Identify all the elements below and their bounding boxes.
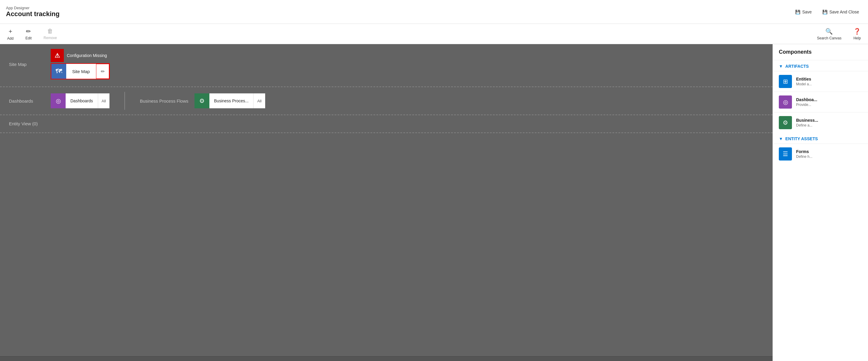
- entities-title: Entities: [796, 77, 812, 82]
- forms-icon-symbol: ☰: [783, 150, 788, 157]
- component-item-business-process[interactable]: ⚙ Business... Define a...: [773, 112, 868, 133]
- entities-icon: ⊞: [779, 75, 792, 88]
- app-subtitle: App Designer: [6, 6, 60, 10]
- add-button[interactable]: ＋ Add: [5, 26, 16, 42]
- dashboard-card[interactable]: ◎ Dashboards All: [51, 93, 110, 108]
- bpf-label: Business Process Flows: [140, 98, 188, 103]
- canvas-scroll[interactable]: Site Map ⚠ Configuration Missing: [0, 44, 773, 356]
- sitemap-label: Site Map: [9, 62, 45, 67]
- dashboards-comp-title: Dashboa...: [796, 97, 817, 102]
- canvas-hscroll[interactable]: [0, 356, 773, 361]
- warning-badge: ⚠: [51, 49, 64, 62]
- entities-icon-symbol: ⊞: [783, 78, 788, 85]
- entities-text: Entities Model a...: [796, 77, 812, 86]
- forms-text: Forms Define h...: [796, 149, 812, 159]
- bpf-card[interactable]: ⚙ Business Proces... All: [194, 93, 265, 108]
- header: App Designer Account tracking 💾 Save 💾 S…: [0, 0, 868, 24]
- save-label: Save: [802, 9, 812, 14]
- edit-pencil-icon: ✏: [101, 69, 105, 74]
- dashboard-section: Dashboards ◎ Dashboards All Business Pro…: [0, 87, 773, 115]
- entity-assets-section-label: ENTITY ASSETS: [785, 137, 818, 141]
- forms-icon: ☰: [779, 147, 792, 160]
- sitemap-card[interactable]: 🗺 Site Map: [51, 64, 96, 79]
- entity-assets-chevron-icon: ▼: [779, 137, 783, 141]
- dashboard-card-label: Dashboards: [66, 93, 98, 108]
- component-item-forms[interactable]: ☰ Forms Define h...: [773, 144, 868, 164]
- artifacts-section-header[interactable]: ▼ ARTIFACTS: [773, 60, 868, 71]
- sitemap-section: Site Map ⚠ Configuration Missing: [0, 44, 773, 87]
- search-canvas-label: Search Canvas: [817, 36, 841, 40]
- dashboard-icon-symbol: ◎: [56, 97, 61, 104]
- components-panel: Components ▼ ARTIFACTS ⊞ Entities Model …: [773, 44, 868, 361]
- entities-desc: Model a...: [796, 82, 812, 86]
- add-icon: ＋: [7, 27, 13, 35]
- dashboards-comp-desc: Provide...: [796, 102, 817, 107]
- sitemap-card-container: 🗺 Site Map ✏: [51, 63, 110, 79]
- config-missing-label: Configuration Missing: [67, 53, 107, 58]
- artifacts-section-label: ARTIFACTS: [785, 64, 809, 69]
- forms-desc: Define h...: [796, 154, 812, 159]
- help-label: Help: [854, 36, 861, 40]
- canvas-inner: Site Map ⚠ Configuration Missing: [0, 44, 773, 133]
- sitemap-card-label: Site Map: [66, 69, 96, 74]
- edit-label: Edit: [25, 36, 32, 40]
- entity-view-label: Entity View (0): [9, 121, 38, 126]
- forms-title: Forms: [796, 149, 812, 154]
- entity-assets-section-header[interactable]: ▼ ENTITY ASSETS: [773, 133, 868, 144]
- dashboard-content: Dashboards ◎ Dashboards All Business Pro…: [9, 92, 764, 110]
- sitemap-card-icon: 🗺: [51, 64, 66, 79]
- warning-row: ⚠ Configuration Missing: [51, 49, 110, 62]
- dashboards-text: Dashboa... Provide...: [796, 97, 817, 107]
- remove-icon: 🗑: [47, 28, 53, 35]
- bpf-card-icon: ⚙: [194, 93, 209, 108]
- vertical-divider: [124, 92, 125, 110]
- business-process-icon: ⚙: [779, 116, 792, 129]
- main-container: Site Map ⚠ Configuration Missing: [0, 44, 868, 361]
- sitemap-edit-button[interactable]: ✏: [96, 64, 109, 79]
- toolbar-left: ＋ Add ✏ Edit 🗑 Remove: [5, 26, 59, 42]
- save-close-icon: 💾: [823, 9, 828, 14]
- component-item-dashboards[interactable]: ◎ Dashboa... Provide...: [773, 92, 868, 112]
- header-right: 💾 Save 💾 Save And Close: [792, 8, 862, 16]
- add-label: Add: [7, 36, 13, 40]
- entity-section: Entity View (0): [0, 115, 773, 132]
- save-button[interactable]: 💾 Save: [792, 8, 815, 16]
- search-icon: 🔍: [825, 28, 833, 35]
- remove-label: Remove: [43, 36, 57, 40]
- sitemap-row: Site Map ⚠ Configuration Missing: [9, 49, 764, 79]
- section-divider-3: [0, 132, 773, 133]
- business-process-icon-symbol: ⚙: [783, 119, 788, 126]
- save-icon: 💾: [795, 9, 800, 14]
- components-panel-title: Components: [773, 44, 868, 60]
- help-button[interactable]: ❓ Help: [851, 27, 863, 41]
- component-item-entities[interactable]: ⊞ Entities Model a...: [773, 71, 868, 92]
- sitemap-content: ⚠ Configuration Missing 🗺 Site Map: [51, 49, 110, 79]
- save-close-label: Save And Close: [829, 9, 859, 14]
- bpf-card-action[interactable]: All: [253, 93, 265, 108]
- business-process-text: Business... Define a...: [796, 118, 818, 127]
- bpf-card-label: Business Proces...: [209, 93, 253, 108]
- save-and-close-button[interactable]: 💾 Save And Close: [819, 8, 862, 16]
- dashboard-card-action[interactable]: All: [98, 93, 110, 108]
- dashboards-comp-icon: ◎: [779, 95, 792, 109]
- business-process-title: Business...: [796, 118, 818, 123]
- canvas-area: Site Map ⚠ Configuration Missing: [0, 44, 773, 361]
- help-icon: ❓: [854, 28, 861, 35]
- toolbar-right: 🔍 Search Canvas ❓ Help: [815, 27, 863, 41]
- toolbar: ＋ Add ✏ Edit 🗑 Remove 🔍 Search Canvas ❓ …: [0, 24, 868, 44]
- business-process-desc: Define a...: [796, 123, 818, 127]
- bpf-icon-symbol: ⚙: [199, 97, 205, 104]
- dashboards-label: Dashboards: [9, 98, 45, 103]
- edit-button[interactable]: ✏ Edit: [23, 27, 34, 41]
- sitemap-icon-symbol: 🗺: [56, 67, 62, 75]
- search-canvas-button[interactable]: 🔍 Search Canvas: [815, 27, 844, 41]
- dashboards-icon-symbol: ◎: [783, 98, 788, 106]
- edit-icon: ✏: [26, 28, 31, 35]
- remove-button[interactable]: 🗑 Remove: [41, 27, 59, 41]
- warning-icon: ⚠: [55, 52, 60, 59]
- artifacts-chevron-icon: ▼: [779, 64, 783, 69]
- dashboard-card-icon: ◎: [51, 93, 66, 108]
- header-left: App Designer Account tracking: [6, 6, 60, 18]
- app-title: Account tracking: [6, 10, 60, 18]
